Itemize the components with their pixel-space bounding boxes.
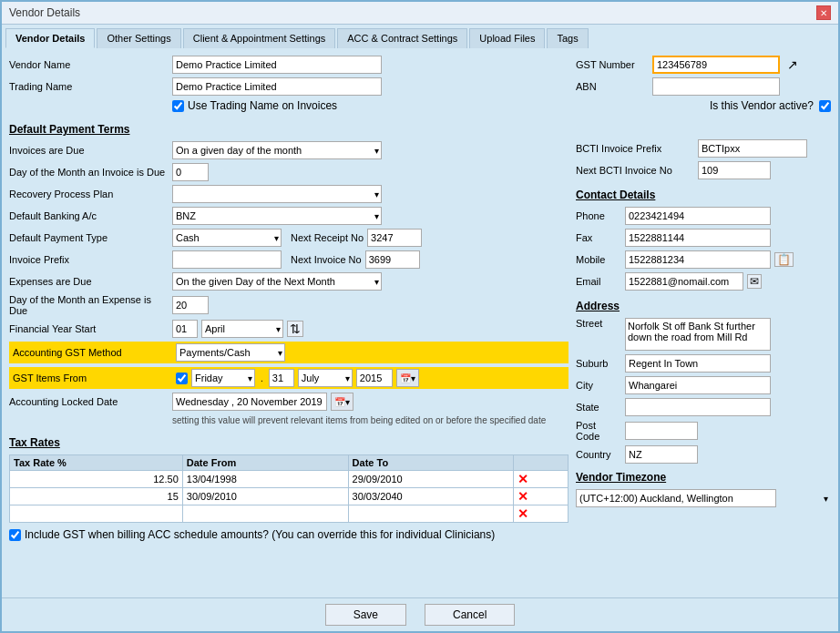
tax-rates-section: Tax Rates Tax Rate % Date From Date To 1… [9,436,569,523]
gst-year-input[interactable] [356,369,393,387]
main-content: Vendor Name Trading Name Use Trading Nam… [2,48,838,548]
locked-date-calendar-button[interactable]: 📅▾ [331,393,353,411]
invoices-due-wrapper: On a given day of the month [172,141,382,159]
trading-name-input[interactable] [172,77,382,96]
recovery-select[interactable] [172,185,382,203]
gst-day-select[interactable]: Friday [191,369,255,387]
vendor-name-label: Vendor Name [9,59,169,70]
bcti-next-input[interactable] [698,161,771,179]
payment-type-select[interactable]: Cash [172,229,282,247]
payment-type-label: Default Payment Type [9,232,169,243]
street-textarea[interactable]: Norfolk St off Bank St further down the … [625,318,771,351]
use-trading-name-text: Use Trading Name on Invoices [188,99,337,112]
delete-row-2-button[interactable]: ✕ [517,489,528,504]
day-invoice-input[interactable] [172,163,209,181]
email-input[interactable] [625,272,743,291]
gst-month-select[interactable]: July [298,369,353,387]
is-active-row: Is this Vendor active? [576,99,831,112]
next-invoice-input[interactable] [365,250,420,269]
include-gst-row: Include GST when billing ACC schedule am… [9,528,569,541]
date-to-cell: 30/03/2040 [348,488,514,505]
title-bar: Vendor Details ✕ [2,2,838,25]
delete-row-1-button[interactable]: ✕ [517,472,528,486]
tax-rate-header: Tax Rate % [10,455,183,471]
fax-row: Fax [576,229,831,247]
gst-items-row: GST Items From Friday . July 📅▾ [9,367,569,389]
fax-input[interactable] [625,229,771,247]
email-icon[interactable]: ✉ [747,274,762,289]
country-input[interactable] [625,445,698,464]
day-expense-input[interactable] [172,296,209,314]
bcti-prefix-input[interactable] [698,139,807,158]
bcti-prefix-label: BCTI Invoice Prefix [576,143,694,154]
day-expense-row: Day of the Month an Expense is Due [9,294,569,316]
vendor-name-input[interactable] [172,56,382,74]
save-button[interactable]: Save [325,604,406,626]
vendor-name-row: Vendor Name [9,56,569,74]
is-active-checkbox[interactable] [819,100,831,112]
gst-number-input[interactable] [652,56,780,74]
postcode-input[interactable] [625,422,698,440]
city-input[interactable] [625,376,771,394]
locked-date-label: Accounting Locked Date [9,396,169,407]
state-input[interactable] [625,398,771,416]
fin-year-row: Financial Year Start April ⇅ [9,320,569,338]
tab-acc-contract[interactable]: ACC & Contract Settings [337,28,467,48]
fax-label: Fax [576,232,621,243]
delete-row-3-button[interactable]: ✕ [517,506,528,521]
gst-items-label: GST Items From [13,373,172,383]
use-trading-name-row: Use Trading Name on Invoices [172,99,569,116]
tab-other-settings[interactable]: Other Settings [97,28,180,48]
gst-day-wrapper: Friday [191,369,255,387]
mobile-row: Mobile 📋 [576,250,831,269]
city-label: City [576,380,621,391]
banking-label: Default Banking A/c [9,210,169,221]
use-trading-name-checkbox[interactable] [172,100,184,112]
recovery-row: Recovery Process Plan [9,185,569,203]
day-invoice-label: Day of the Month an Invoice is Due [9,167,169,178]
accounting-gst-label: Accounting GST Method [13,347,172,358]
tab-client-appointment[interactable]: Client & Appointment Settings [183,28,336,48]
phone-input[interactable] [625,207,771,225]
timezone-select[interactable]: (UTC+12:00) Auckland, Wellington [576,489,776,507]
bcti-section: BCTI Invoice Prefix Next BCTI Invoice No [576,139,831,179]
expenses-due-select[interactable]: On the given Day of the Next Month [172,272,382,291]
banking-select[interactable]: BNZ [172,207,382,225]
invoices-due-select[interactable]: On a given day of the month [172,141,382,159]
invoice-prefix-input[interactable] [172,250,282,269]
gst-month-wrapper: July [298,369,353,387]
mobile-icon[interactable]: 📋 [774,252,794,267]
suburb-input[interactable] [625,354,771,373]
right-panel: GST Number ↗ ABN Is this Vendor active? … [576,56,831,541]
include-gst-label: Include GST when billing ACC schedule am… [25,528,495,541]
cursor-arrow: ↗ [784,57,802,72]
tab-upload-files[interactable]: Upload Files [469,28,545,48]
fin-year-day-input[interactable] [172,320,198,338]
bottom-bar: Save Cancel [2,597,838,631]
fin-year-month-select[interactable]: April [201,320,283,338]
gst-calendar-button[interactable]: 📅▾ [396,369,419,387]
mobile-input[interactable] [625,250,771,269]
abn-input[interactable] [652,77,780,96]
tab-tags[interactable]: Tags [547,28,588,48]
table-row: ✕ [10,505,569,523]
invoices-due-label: Invoices are Due [9,145,169,156]
date-from-cell: 13/04/1998 [182,471,348,488]
include-gst-checkbox[interactable] [9,529,21,541]
is-active-label: Is this Vendor active? [710,99,814,112]
accounting-gst-wrapper: Payments/Cash [176,343,285,362]
use-trading-name-check-label[interactable]: Use Trading Name on Invoices [172,99,337,112]
gst-date-input[interactable] [269,369,294,387]
gst-items-checkbox[interactable] [176,373,188,384]
fin-year-spin[interactable]: ⇅ [287,321,303,337]
cancel-button[interactable]: Cancel [425,604,515,626]
next-receipt-input[interactable] [367,229,422,247]
invoices-due-row: Invoices are Due On a given day of the m… [9,141,569,159]
close-button[interactable]: ✕ [816,5,831,20]
payment-terms-title: Default Payment Terms [9,123,569,136]
street-row: Street Norfolk St off Bank St further do… [576,318,831,351]
accounting-gst-select[interactable]: Payments/Cash [176,343,285,362]
day-invoice-row: Day of the Month an Invoice is Due [9,163,569,181]
locked-date-input[interactable] [172,393,327,411]
tab-vendor-details[interactable]: Vendor Details [5,28,95,48]
